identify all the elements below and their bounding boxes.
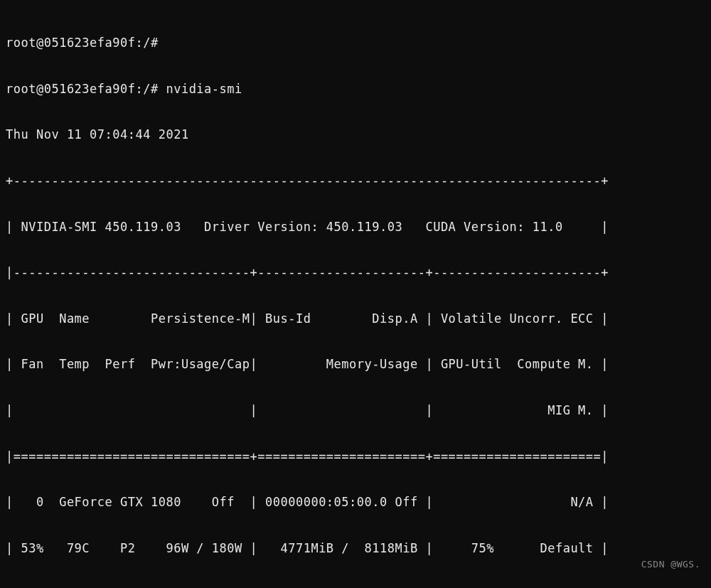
- smi-border-top: +---------------------------------------…: [6, 169, 705, 192]
- prompt-empty: root@051623efa90f:/#: [6, 31, 705, 54]
- smi-divider-heavy: |===============================+=======…: [6, 445, 705, 468]
- smi-gpu-row-3: | | | N/A |: [6, 582, 705, 588]
- prompt-nvidia-smi: root@051623efa90f:/# nvidia-smi: [6, 77, 705, 100]
- smi-gpu-row-1: | 0 GeForce GTX 1080 Off | 00000000:05:0…: [6, 491, 705, 513]
- smi-divider: |-------------------------------+-------…: [6, 261, 705, 284]
- output-timestamp: Thu Nov 11 07:04:44 2021: [6, 123, 705, 146]
- smi-col-header-1: | GPU Name Persistence-M| Bus-Id Disp.A …: [6, 307, 705, 330]
- terminal-output[interactable]: root@051623efa90f:/# root@051623efa90f:/…: [6, 9, 705, 588]
- smi-gpu-row-2: | 53% 79C P2 96W / 180W | 4771MiB / 8118…: [6, 537, 705, 560]
- watermark: CSDN @WGS.: [641, 556, 700, 574]
- smi-col-header-3: | | | MIG M. |: [6, 399, 705, 422]
- smi-header-versions: | NVIDIA-SMI 450.119.03 Driver Version: …: [6, 215, 705, 238]
- smi-col-header-2: | Fan Temp Perf Pwr:Usage/Cap| Memory-Us…: [6, 353, 705, 375]
